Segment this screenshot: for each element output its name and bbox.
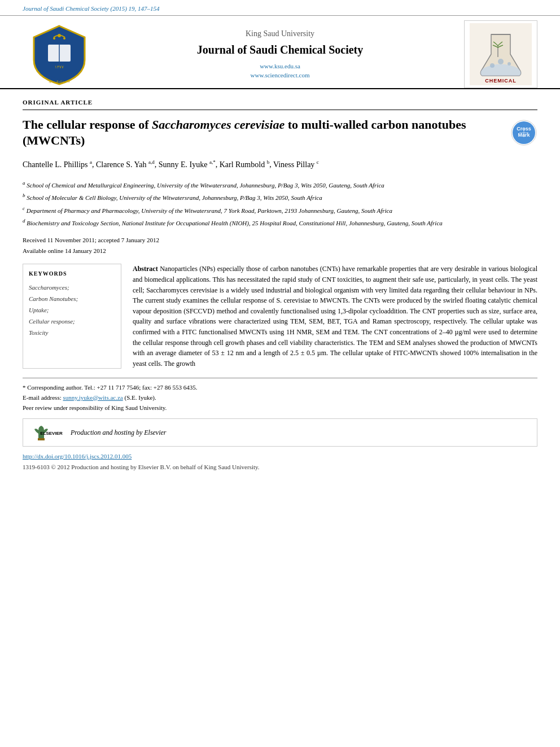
- two-column-section: KEYWORDS Saccharomyces; Carbon Nanotubes…: [23, 264, 537, 369]
- keywords-title: KEYWORDS: [29, 270, 115, 278]
- svg-point-10: [508, 62, 511, 65]
- authors: Chantelle L. Phillips a, Clarence S. Yah…: [23, 158, 537, 171]
- crossmark-logo[interactable]: Cross Mark: [510, 119, 537, 146]
- peer-review: Peer review under responsibility of King…: [23, 403, 537, 413]
- doi-link[interactable]: http://dx.doi.org/10.1016/j.jscs.2012.01…: [23, 453, 132, 460]
- svg-text:١٣٧٧: ١٣٧٧: [55, 65, 64, 69]
- affiliation-c: c Department of Pharmacy and Pharmacolog…: [23, 204, 537, 216]
- svg-point-4: [63, 37, 65, 40]
- url-sciencedirect[interactable]: www.sciencedirect.com: [107, 71, 453, 80]
- chemical-logo-container: CHEMICAL: [464, 20, 537, 88]
- article-type: ORIGINAL ARTICLE: [23, 98, 537, 110]
- affiliation-a: a School of Chemical and Metallurgical E…: [23, 179, 537, 190]
- header-section: ١٣٧٧ جامعة الملك سعود King Saud Universi…: [0, 15, 560, 89]
- crossmark-icon: Cross Mark: [510, 119, 537, 146]
- email-line: E-mail address: sunny.iyuke@wits.ac.za (…: [23, 393, 537, 403]
- svg-text:CHEMICAL: CHEMICAL: [485, 78, 517, 84]
- footnote-section: * Corresponding author. Tel.: +27 11 717…: [23, 378, 537, 413]
- title-italic: Saccharomyces cerevisiae: [152, 117, 285, 132]
- received-dates: Received 11 November 2011; accepted 7 Ja…: [23, 235, 537, 256]
- title-part1: The cellular response of: [23, 117, 152, 132]
- article-content: ORIGINAL ARTICLE The cellular response o…: [0, 89, 560, 477]
- keyword-4: Cellular response;: [29, 316, 115, 327]
- journal-title: Journal of Saudi Chemical Society: [107, 42, 453, 58]
- doi-line[interactable]: http://dx.doi.org/10.1016/j.jscs.2012.01…: [23, 452, 537, 461]
- ksu-logo-container: ١٣٧٧ جامعة الملك سعود: [23, 20, 96, 88]
- corresponding-author: * Corresponding author. Tel.: +27 11 717…: [23, 383, 537, 393]
- keywords-box: KEYWORDS Saccharomyces; Carbon Nanotubes…: [23, 264, 121, 369]
- svg-point-2: [58, 34, 61, 37]
- keyword-3: Uptake;: [29, 305, 115, 316]
- elsevier-logo-icon: ELSEVIER: [30, 423, 64, 442]
- chemical-logo-icon: CHEMICAL: [470, 23, 532, 85]
- abstract-label: Abstract: [133, 265, 158, 273]
- journal-reference: Journal of Saudi Chemical Society (2015)…: [0, 0, 560, 15]
- affiliation-d: d Biochemistry and Toxicology Section, N…: [23, 217, 537, 228]
- abstract-column: Abstract Nanoparticles (NPs) especially …: [133, 264, 537, 369]
- svg-rect-19: [38, 438, 45, 440]
- svg-point-9: [498, 59, 504, 64]
- header-center: King Saud University Journal of Saudi Ch…: [96, 23, 464, 86]
- elsevier-footer: ELSEVIER Production and hosting by Elsev…: [23, 418, 537, 447]
- received-text: Received 11 November 2011; accepted 7 Ja…: [23, 235, 537, 246]
- svg-text:ELSEVIER: ELSEVIER: [40, 431, 63, 436]
- keyword-5: Toxicity: [29, 327, 115, 339]
- email-link[interactable]: sunny.iyuke@wits.ac.za: [63, 394, 123, 401]
- email-label: E-mail address:: [23, 394, 62, 401]
- keyword-2: Carbon Nanotubes;: [29, 294, 115, 305]
- article-title: The cellular response of Saccharomyces c…: [23, 117, 537, 149]
- svg-point-8: [490, 63, 495, 68]
- keywords-list: Saccharomyces; Carbon Nanotubes; Uptake;…: [29, 282, 115, 338]
- elsevier-logo-container: ELSEVIER: [30, 423, 64, 442]
- elsevier-text: Production and hosting by Elsevier: [71, 428, 167, 438]
- available-text: Available online 14 January 2012: [23, 246, 537, 256]
- header-urls: www.ksu.edu.sa www.sciencedirect.com: [107, 62, 453, 80]
- article-title-text: The cellular response of Saccharomyces c…: [23, 117, 504, 149]
- affiliation-b: b School of Molecular & Cell Biology, Un…: [23, 191, 537, 203]
- url-ksu[interactable]: www.ksu.edu.sa: [107, 62, 453, 71]
- svg-point-3: [53, 37, 55, 40]
- email-suffix: (S.E. Iyuke).: [125, 394, 156, 401]
- copyright-line: 1319-6103 © 2012 Production and hosting …: [23, 463, 537, 471]
- affiliations: a School of Chemical and Metallurgical E…: [23, 179, 537, 228]
- keyword-1: Saccharomyces;: [29, 282, 115, 294]
- page: Journal of Saudi Chemical Society (2015)…: [0, 0, 560, 747]
- abstract-text: Nanoparticles (NPs) especially those of …: [133, 265, 537, 367]
- university-name: King Saud University: [107, 28, 453, 40]
- ksu-logo-icon: ١٣٧٧ جامعة الملك سعود: [28, 23, 90, 85]
- journal-ref-text: Journal of Saudi Chemical Society (2015)…: [23, 5, 160, 12]
